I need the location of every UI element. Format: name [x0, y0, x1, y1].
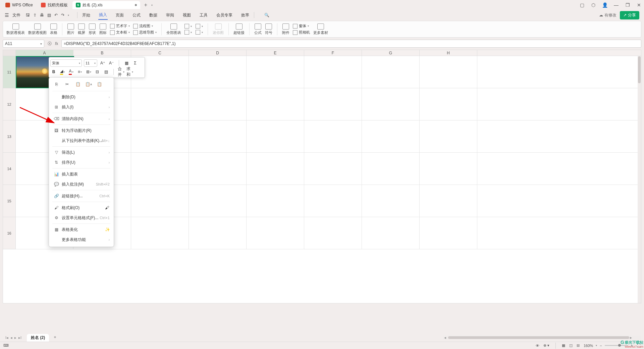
hamburger-icon[interactable]: ☰ — [5, 12, 9, 18]
menu-efficiency[interactable]: 效率 — [240, 11, 250, 19]
ctx-insert-comment[interactable]: 💬插入批注(M)Shift+F2 — [49, 179, 114, 189]
chevron-down-icon[interactable]: ▾ — [40, 42, 42, 46]
ctx-clear[interactable]: ⌫清除内容(N)› — [49, 114, 114, 124]
ctx-cell-format[interactable]: ⚙设置单元格格式(F)...Ctrl+1 — [49, 213, 114, 223]
last-sheet-icon[interactable]: ▸I — [18, 336, 21, 340]
autosum-icon[interactable]: Σ — [132, 60, 139, 66]
menu-view[interactable]: 视图 — [182, 11, 192, 19]
align-icon[interactable]: ≡ — [76, 68, 83, 75]
tab-dropdown-icon[interactable]: ▾ — [151, 4, 153, 7]
target-icon[interactable]: ⊕ ▾ — [543, 343, 549, 348]
share-button[interactable]: ↗ 分享 — [620, 11, 639, 19]
pivot-table-button[interactable]: 数据透视表 — [6, 23, 25, 35]
flowchart-button[interactable]: 流程图▾ — [133, 23, 157, 29]
col-header-c[interactable]: C — [131, 50, 189, 56]
pivot-chart-button[interactable]: 数据透视图 — [28, 23, 47, 35]
textbox-button[interactable]: 文本框▾ — [110, 30, 130, 35]
font-size-select[interactable]: 11▾ — [84, 59, 97, 67]
mindmap-button[interactable]: 思维导图▾ — [133, 30, 157, 35]
menu-page[interactable]: 页面 — [115, 11, 124, 19]
row-header-15[interactable]: 15 — [3, 185, 16, 217]
close-window-icon[interactable]: ✕ — [636, 2, 642, 8]
prev-sheet-icon[interactable]: ◂ — [10, 336, 12, 340]
row-header-12[interactable]: 12 — [3, 88, 16, 120]
search-icon[interactable]: 🔍 — [264, 13, 269, 17]
ctx-hyperlink[interactable]: 🔗超链接(H)...Ctrl+K — [49, 191, 114, 201]
ctx-insert-chart[interactable]: 📊插入图表 — [49, 169, 114, 179]
menu-file[interactable]: 文件 — [12, 12, 20, 18]
tab-wps-office[interactable]: WPS Office — [2, 1, 36, 9]
save-icon[interactable]: 🖫 — [26, 13, 30, 17]
new-tab-button[interactable]: + — [142, 2, 150, 8]
view-break-icon[interactable]: ⊟ — [577, 343, 580, 348]
scatter-chart-icon[interactable] — [196, 30, 200, 35]
menu-data[interactable]: 数据 — [149, 11, 158, 19]
decrease-font-icon[interactable]: A⁻ — [108, 60, 115, 66]
redo-icon[interactable]: ↷ — [61, 13, 64, 17]
cloud-status[interactable]: ☁ 有修改 — [599, 12, 616, 18]
vertical-scrollbar[interactable] — [638, 56, 641, 303]
select-all-corner[interactable] — [3, 50, 16, 56]
undo-icon[interactable]: ↶ — [54, 13, 58, 17]
menu-tools[interactable]: 工具 — [199, 11, 208, 19]
ctx-beautify[interactable]: ▦表格美化✨ — [49, 225, 114, 235]
format-painter-icon[interactable]: ▤ — [103, 68, 109, 75]
bar-chart-icon[interactable] — [184, 24, 189, 29]
row-header-16[interactable]: 16 — [3, 217, 16, 249]
insert-row-icon[interactable]: ⊟ — [94, 68, 101, 75]
cut-icon[interactable]: ✂ — [64, 81, 70, 88]
col-header-h[interactable]: H — [420, 50, 477, 56]
border-icon[interactable]: ⊞ — [85, 68, 92, 75]
shape-button[interactable]: 形状 — [89, 23, 96, 35]
ctx-insert[interactable]: ⊞插入(I)› — [49, 102, 114, 112]
form-button[interactable]: 窗体▾ — [293, 23, 310, 29]
zoom-dropdown-icon[interactable]: ▾ — [596, 344, 597, 347]
print-preview-icon[interactable]: ▤ — [47, 13, 51, 17]
col-header-a[interactable]: A — [16, 50, 73, 56]
ctx-more[interactable]: 更多表格功能› — [49, 235, 114, 245]
ctx-float-image[interactable]: 🖼转为浮动图片(R) — [49, 126, 114, 136]
export-icon[interactable]: ⇪ — [33, 13, 37, 17]
col-header-e[interactable]: E — [247, 50, 304, 56]
qat-dropdown-icon[interactable]: ▾ — [68, 14, 69, 17]
font-color-icon[interactable]: A — [68, 68, 74, 75]
cancel-icon[interactable]: ⓧ — [48, 41, 52, 47]
wordart-button[interactable]: 艺术字▾ — [110, 23, 130, 29]
menu-member[interactable]: 会员专享 — [216, 11, 233, 19]
paste-icon[interactable]: 📋 — [74, 81, 81, 88]
merge-button[interactable]: 合并 — [118, 68, 124, 75]
formula-input[interactable]: =DISPIMG("ID_2E43757A402F4D32B40F8E6EAFC… — [61, 40, 641, 48]
col-header-b[interactable]: B — [73, 50, 131, 56]
ctx-format-painter[interactable]: 🖌格式刷(O)🖌 — [49, 203, 114, 213]
fill-color-icon[interactable]: ◢ — [59, 68, 66, 75]
scroll-right-icon[interactable]: ▸ — [630, 335, 632, 340]
menu-insert[interactable]: 插入 — [98, 11, 108, 20]
first-sheet-icon[interactable]: I◂ — [5, 336, 8, 340]
cube-icon[interactable]: ⬡ — [590, 2, 596, 8]
menu-formula[interactable]: 公式 — [132, 11, 141, 19]
row-header-11[interactable]: 11 — [3, 56, 16, 88]
scroll-left-icon[interactable]: ◂ — [444, 335, 446, 340]
camera-button[interactable]: 照相机 — [293, 30, 310, 35]
table-button[interactable]: 表格 — [50, 23, 57, 35]
equation-button[interactable]: 公式 — [254, 23, 262, 35]
attachment-button[interactable]: 附件 — [282, 23, 289, 35]
ctx-delete[interactable]: 删除(D)› — [49, 92, 114, 102]
row-header-14[interactable]: 14 — [3, 153, 16, 185]
menu-review[interactable]: 审阅 — [165, 11, 175, 19]
sheet-tab-active[interactable]: 姓名 (2) — [27, 334, 49, 342]
tab-document-active[interactable]: S 姓名 (2).xls × — [72, 1, 140, 9]
window-layout-icon[interactable]: ▢ — [579, 2, 585, 8]
bold-icon[interactable]: B — [50, 68, 57, 75]
paste-special-icon[interactable]: 📋A — [85, 81, 92, 88]
fx-icon[interactable]: fx — [55, 41, 58, 46]
name-box[interactable]: A11 ▾ — [3, 40, 44, 48]
col-header-d[interactable]: D — [189, 50, 247, 56]
paste-values-icon[interactable]: 📋 — [96, 81, 103, 88]
tab-templates[interactable]: 找稻壳模板 — [38, 1, 71, 9]
ctx-filter[interactable]: ▽筛选(L)› — [49, 147, 114, 157]
col-header-f[interactable]: F — [304, 50, 362, 56]
zoom-out-icon[interactable]: − — [600, 344, 602, 348]
view-page-icon[interactable]: ◫ — [569, 343, 573, 348]
maximize-icon[interactable]: ❐ — [625, 2, 631, 8]
